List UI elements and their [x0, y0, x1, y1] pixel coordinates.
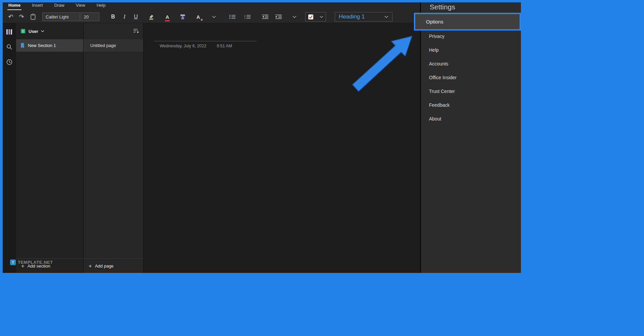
more-formatting-button[interactable] [209, 12, 219, 22]
font-size-select[interactable]: 20 [80, 12, 99, 21]
clipboard-icon [31, 14, 36, 20]
italic-icon: I [123, 13, 125, 20]
search-icon [6, 44, 12, 50]
underline-icon: U [134, 14, 138, 20]
numbered-list-button[interactable]: 123 [241, 12, 254, 22]
settings-panel: Settings Privacy Help Accounts Office In… [420, 2, 521, 273]
chevron-down-icon [384, 16, 388, 18]
search-button[interactable] [4, 42, 15, 52]
add-page-label: Add page [95, 263, 114, 269]
settings-item-options[interactable]: Options [414, 13, 521, 31]
redo-button[interactable]: ↷ [16, 12, 27, 22]
bullet-list-button[interactable] [226, 12, 239, 22]
settings-item-privacy[interactable]: Privacy [421, 29, 521, 43]
todo-tag-dropdown[interactable] [305, 12, 326, 21]
decrease-indent-icon [262, 14, 269, 19]
text-effects-icon: A◆ [197, 14, 200, 20]
page-editor[interactable]: Wednesday, July 6, 2022 9:51 AM [144, 23, 420, 273]
recent-notes-button[interactable] [4, 57, 15, 67]
page-item[interactable]: Untitled page [84, 39, 143, 52]
decrease-indent-button[interactable] [259, 12, 272, 22]
tab-home[interactable]: Home [7, 2, 21, 10]
watermark-brand: TEMPLATE.NET [18, 260, 53, 265]
settings-item-office-insider[interactable]: Office Insider [421, 70, 521, 84]
font-name-select[interactable]: Calibri Light [42, 12, 80, 21]
numbered-list-icon: 123 [244, 14, 251, 19]
notebooks-button[interactable] [4, 27, 15, 37]
settings-title: Settings [430, 3, 455, 11]
plus-icon: + [89, 263, 92, 269]
more-paragraph-button[interactable] [289, 12, 300, 22]
ribbon: Home Insert Draw View Help ↶ ↷ Calibri L… [3, 2, 420, 23]
page-time: 9:51 AM [217, 44, 232, 48]
format-painter-button[interactable] [176, 12, 189, 22]
page-date: Wednesday, July 6, 2022 [160, 44, 206, 48]
format-painter-icon [180, 14, 185, 20]
chevron-down-icon [41, 30, 44, 32]
section-name: New Section 1 [28, 43, 56, 48]
bold-icon: B [111, 14, 115, 20]
chevron-down-icon [320, 16, 323, 18]
highlighter-icon [148, 14, 154, 20]
app-rail [3, 23, 16, 273]
ribbon-tabs: Home Insert Draw View Help [7, 2, 107, 10]
template-logo-icon: T [10, 259, 16, 265]
redo-icon: ↷ [19, 14, 24, 20]
onenote-window: Home Insert Draw View Help ↶ ↷ Calibri L… [3, 2, 521, 273]
highlighter-button[interactable] [145, 12, 158, 22]
bold-button[interactable]: B [107, 12, 119, 22]
style-value: Heading 1 [339, 13, 365, 20]
notebook-name: User [29, 29, 38, 34]
notebook-switcher[interactable]: User [16, 23, 83, 39]
home-toolbar: ↶ ↷ Calibri Light 20 B I U A [5, 11, 392, 22]
page-title-underline [154, 41, 257, 41]
clock-icon [6, 59, 12, 65]
increase-indent-icon [275, 14, 282, 19]
settings-item-about[interactable]: About [421, 112, 521, 126]
paste-button[interactable] [27, 12, 39, 22]
template-frame: Home Insert Draw View Help ↶ ↷ Calibri L… [0, 0, 644, 336]
watermark: T TEMPLATE.NET [10, 259, 53, 265]
increase-indent-button[interactable] [272, 12, 285, 22]
settings-item-accounts[interactable]: Accounts [421, 57, 521, 70]
text-effects-button[interactable]: A◆ [192, 12, 205, 22]
svg-text:3: 3 [245, 17, 246, 19]
add-page-button[interactable]: + Add page [84, 258, 143, 273]
font-name-value: Calibri Light [46, 14, 69, 19]
chevron-down-icon [292, 16, 297, 18]
options-label: Options [426, 19, 443, 25]
settings-item-trust-center[interactable]: Trust Center [421, 84, 521, 98]
todo-checkbox-icon [308, 14, 314, 20]
settings-item-help[interactable]: Help [421, 43, 521, 57]
notebooks-icon [6, 29, 13, 35]
undo-icon: ↶ [8, 14, 13, 20]
tab-draw[interactable]: Draw [53, 2, 65, 10]
page-name: Untitled page [90, 43, 116, 48]
font-color-icon: A [166, 14, 169, 20]
tab-insert[interactable]: Insert [31, 2, 44, 10]
settings-menu: Privacy Help Accounts Office Insider Tru… [421, 29, 521, 126]
pages-panel: Untitled page + Add page [84, 23, 144, 273]
tab-view[interactable]: View [75, 2, 86, 10]
sections-panel: User New Section 1 + Add section [16, 23, 84, 273]
undo-button[interactable]: ↶ [5, 12, 16, 22]
bullet-list-icon [229, 14, 236, 19]
underline-button[interactable]: U [130, 12, 142, 22]
font-size-value: 20 [84, 14, 89, 19]
sort-pages-button[interactable] [133, 29, 139, 35]
notebook-icon [20, 29, 26, 34]
font-color-button[interactable]: A [161, 12, 174, 22]
chevron-down-icon [212, 16, 216, 18]
italic-button[interactable]: I [119, 12, 130, 22]
section-tab-icon [20, 43, 24, 49]
settings-item-feedback[interactable]: Feedback [421, 98, 521, 112]
tab-help[interactable]: Help [96, 2, 107, 10]
sort-icon [133, 29, 139, 34]
section-item[interactable]: New Section 1 [16, 39, 83, 52]
style-dropdown[interactable]: Heading 1 [335, 12, 392, 21]
